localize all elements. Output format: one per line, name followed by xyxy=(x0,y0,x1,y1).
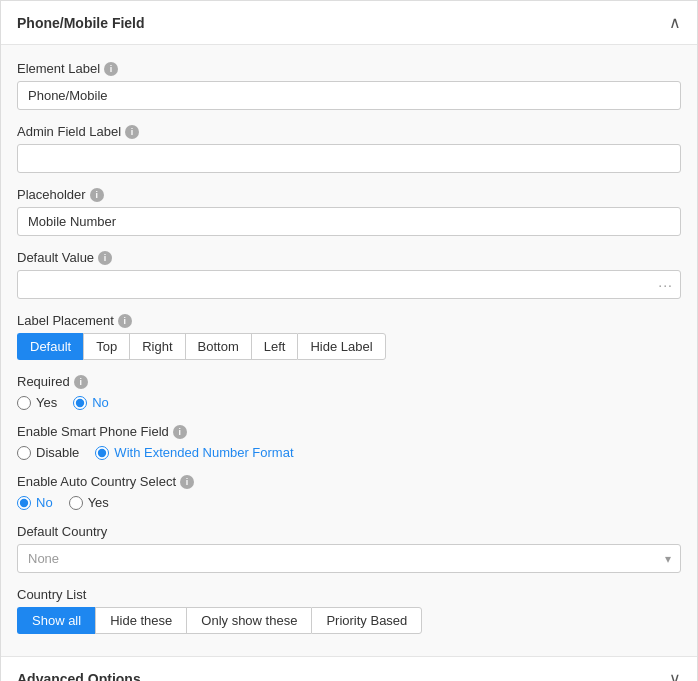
required-info-icon[interactable]: i xyxy=(74,375,88,389)
label-placement-default-btn[interactable]: Default xyxy=(17,333,83,360)
country-list-hide-these-btn[interactable]: Hide these xyxy=(95,607,186,634)
element-label-info-icon[interactable]: i xyxy=(104,62,118,76)
default-value-info-icon[interactable]: i xyxy=(98,251,112,265)
country-list-label: Country List xyxy=(17,587,681,602)
label-placement-bottom-btn[interactable]: Bottom xyxy=(185,333,251,360)
phone-mobile-field-panel: Phone/Mobile Field ∧ Element Label i Adm… xyxy=(0,0,698,681)
placeholder-group: Placeholder i xyxy=(17,187,681,236)
element-label-label: Element Label i xyxy=(17,61,681,76)
required-label: Required i xyxy=(17,374,681,389)
smart-phone-extended-radio[interactable] xyxy=(95,446,109,460)
required-yes-radio[interactable] xyxy=(17,396,31,410)
smart-phone-disable-radio[interactable] xyxy=(17,446,31,460)
dots-icon: ··· xyxy=(658,277,673,293)
default-country-select[interactable]: None xyxy=(17,544,681,573)
required-yes-radio-label[interactable]: Yes xyxy=(17,395,57,410)
smart-phone-group: Enable Smart Phone Field i Disable With … xyxy=(17,424,681,460)
panel-body: Element Label i Admin Field Label i Plac… xyxy=(1,45,697,656)
placeholder-input[interactable] xyxy=(17,207,681,236)
default-country-select-wrapper: None xyxy=(17,544,681,573)
smart-phone-radio-group: Disable With Extended Number Format xyxy=(17,445,681,460)
required-radio-group: Yes No xyxy=(17,395,681,410)
panel-title: Phone/Mobile Field xyxy=(17,15,145,31)
smart-phone-extended-radio-label[interactable]: With Extended Number Format xyxy=(95,445,293,460)
auto-country-no-radio-label[interactable]: No xyxy=(17,495,53,510)
advanced-options-chevron-icon[interactable]: ∨ xyxy=(669,669,681,681)
country-list-btn-group: Show all Hide these Only show these Prio… xyxy=(17,607,681,634)
default-country-group: Default Country None xyxy=(17,524,681,573)
admin-field-label-info-icon[interactable]: i xyxy=(125,125,139,139)
label-placement-hidelabel-btn[interactable]: Hide Label xyxy=(297,333,385,360)
smart-phone-label: Enable Smart Phone Field i xyxy=(17,424,681,439)
admin-field-label-input[interactable] xyxy=(17,144,681,173)
default-value-input[interactable] xyxy=(17,270,681,299)
label-placement-info-icon[interactable]: i xyxy=(118,314,132,328)
smart-phone-disable-radio-label[interactable]: Disable xyxy=(17,445,79,460)
label-placement-right-btn[interactable]: Right xyxy=(129,333,184,360)
label-placement-left-btn[interactable]: Left xyxy=(251,333,298,360)
panel-header: Phone/Mobile Field ∧ xyxy=(1,1,697,45)
label-placement-label: Label Placement i xyxy=(17,313,681,328)
admin-field-label-label: Admin Field Label i xyxy=(17,124,681,139)
placeholder-label: Placeholder i xyxy=(17,187,681,202)
auto-country-no-radio[interactable] xyxy=(17,496,31,510)
required-no-radio[interactable] xyxy=(73,396,87,410)
country-list-group: Country List Show all Hide these Only sh… xyxy=(17,587,681,634)
default-value-input-wrapper: ··· xyxy=(17,270,681,299)
required-group: Required i Yes No xyxy=(17,374,681,410)
auto-country-yes-radio-label[interactable]: Yes xyxy=(69,495,109,510)
auto-country-group: Enable Auto Country Select i No Yes xyxy=(17,474,681,510)
admin-field-label-group: Admin Field Label i xyxy=(17,124,681,173)
label-placement-group: Label Placement i Default Top Right Bott… xyxy=(17,313,681,360)
auto-country-yes-radio[interactable] xyxy=(69,496,83,510)
country-list-only-show-btn[interactable]: Only show these xyxy=(186,607,311,634)
advanced-options-title: Advanced Options xyxy=(17,671,141,682)
auto-country-radio-group: No Yes xyxy=(17,495,681,510)
label-placement-top-btn[interactable]: Top xyxy=(83,333,129,360)
element-label-input[interactable] xyxy=(17,81,681,110)
default-value-label: Default Value i xyxy=(17,250,681,265)
required-no-radio-label[interactable]: No xyxy=(73,395,109,410)
default-value-group: Default Value i ··· xyxy=(17,250,681,299)
auto-country-info-icon[interactable]: i xyxy=(180,475,194,489)
smart-phone-info-icon[interactable]: i xyxy=(173,425,187,439)
label-placement-btn-group: Default Top Right Bottom Left Hide Label xyxy=(17,333,681,360)
auto-country-label: Enable Auto Country Select i xyxy=(17,474,681,489)
collapse-icon[interactable]: ∧ xyxy=(669,13,681,32)
country-list-priority-btn[interactable]: Priority Based xyxy=(311,607,422,634)
country-list-show-all-btn[interactable]: Show all xyxy=(17,607,95,634)
default-country-label: Default Country xyxy=(17,524,681,539)
element-label-group: Element Label i xyxy=(17,61,681,110)
advanced-options-footer[interactable]: Advanced Options ∨ xyxy=(1,656,697,681)
placeholder-info-icon[interactable]: i xyxy=(90,188,104,202)
